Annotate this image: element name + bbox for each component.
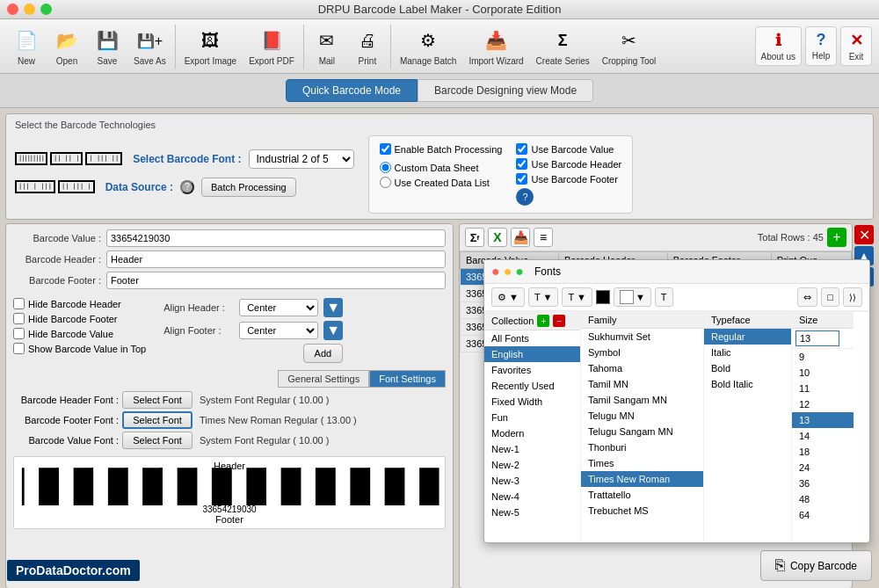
font-color-box[interactable] bbox=[596, 290, 610, 304]
collection-recently-used[interactable]: Recently Used bbox=[484, 378, 580, 394]
general-settings-tab[interactable]: General Settings bbox=[278, 370, 369, 388]
family-sukhumvit[interactable]: Sukhumvit Set bbox=[581, 329, 703, 345]
show-top-checkbox[interactable] bbox=[13, 343, 25, 354]
typeface-bold-italic[interactable]: Bold Italic bbox=[704, 376, 791, 392]
delete-row-button[interactable]: ✕ bbox=[854, 225, 874, 244]
size-10[interactable]: 10 bbox=[792, 365, 854, 381]
size-48[interactable]: 48 bbox=[792, 491, 854, 507]
collection-list[interactable]: All Fonts English Favorites Recently Use… bbox=[484, 330, 580, 524]
custom-data-sheet-radio[interactable] bbox=[380, 162, 391, 173]
barcode-value-input[interactable] bbox=[106, 229, 446, 247]
collection-new1[interactable]: New-1 bbox=[484, 441, 580, 457]
use-barcode-header-checkbox[interactable] bbox=[516, 158, 527, 170]
size-18[interactable]: 18 bbox=[792, 444, 854, 460]
collection-new2[interactable]: New-2 bbox=[484, 457, 580, 473]
design-mode-button[interactable]: Barcode Designing view Mode bbox=[418, 79, 593, 102]
formula-button[interactable]: Σf bbox=[465, 228, 484, 247]
size-14[interactable]: 14 bbox=[792, 428, 854, 444]
collection-fixed-width[interactable]: Fixed Width bbox=[484, 394, 580, 410]
toolbar-help[interactable]: ? Help bbox=[805, 26, 837, 66]
size-11[interactable]: 11 bbox=[792, 381, 854, 396]
toolbar-manage-batch[interactable]: ⚙ Manage Batch bbox=[395, 23, 462, 69]
quick-mode-button[interactable]: Quick Barcode Mode bbox=[286, 79, 418, 102]
add-button[interactable]: Add bbox=[303, 344, 344, 363]
header-font-button[interactable]: Select Font bbox=[122, 391, 193, 409]
family-list[interactable]: Sukhumvit Set Symbol Tahoma Tamil MN Tam… bbox=[581, 329, 703, 522]
typeface-bold[interactable]: Bold bbox=[704, 360, 791, 376]
typeface-italic[interactable]: Italic bbox=[704, 345, 791, 360]
hide-footer-checkbox[interactable] bbox=[13, 313, 25, 324]
font-size-input[interactable] bbox=[795, 330, 839, 346]
size-12[interactable]: 12 bbox=[792, 396, 854, 412]
toolbar-export-pdf[interactable]: 📕 Export PDF bbox=[243, 23, 300, 69]
collection-new5[interactable]: New-5 bbox=[484, 505, 580, 520]
toolbar-mail[interactable]: ✉ Mail bbox=[308, 23, 346, 69]
toolbar-new[interactable]: 📄 New bbox=[7, 23, 46, 69]
font-settings-gear[interactable]: ⚙ ▼ bbox=[491, 287, 525, 307]
barcode-header-input[interactable] bbox=[106, 250, 446, 268]
collection-new4[interactable]: New-4 bbox=[484, 489, 580, 505]
batch-help-button[interactable]: ? bbox=[516, 188, 534, 206]
font-dropdown-close[interactable]: ● bbox=[491, 264, 500, 279]
toolbar-create-series[interactable]: Σ Create Series bbox=[531, 23, 595, 69]
collection-modern[interactable]: Modern bbox=[484, 425, 580, 441]
toolbar-about[interactable]: ℹ About us bbox=[755, 26, 802, 66]
toolbar-cropping-tool[interactable]: ✂ Cropping Tool bbox=[597, 23, 662, 69]
size-13[interactable]: 13 bbox=[792, 412, 854, 428]
toolbar-import-wizard[interactable]: 📥 Import Wizard bbox=[463, 23, 528, 69]
toolbar-exit[interactable]: ✕ Exit bbox=[840, 26, 872, 66]
font-chevron-btn[interactable]: ⟩⟩ bbox=[843, 287, 862, 307]
enable-batch-checkbox[interactable] bbox=[380, 143, 391, 155]
align-header-select[interactable]: CenterLeftRight bbox=[239, 299, 318, 316]
family-trattatello[interactable]: Trattatello bbox=[581, 487, 703, 503]
family-tamil-sangam[interactable]: Tamil Sangam MN bbox=[581, 392, 703, 408]
family-telugu-mn[interactable]: Telugu MN bbox=[581, 408, 703, 424]
value-font-button[interactable]: Select Font bbox=[122, 432, 193, 449]
family-thonburi[interactable]: Thonburi bbox=[581, 439, 703, 455]
family-tamil-mn[interactable]: Tamil MN bbox=[581, 376, 703, 392]
font-dropdown-expand[interactable]: ● bbox=[515, 264, 524, 279]
close-button[interactable] bbox=[7, 4, 18, 15]
family-symbol[interactable]: Symbol bbox=[581, 345, 703, 360]
barcode-font-select[interactable]: Industrial 2 of 5 bbox=[249, 149, 354, 169]
align-footer-select[interactable]: CenterLeftRight bbox=[239, 322, 318, 339]
add-collection-button[interactable]: + bbox=[537, 315, 549, 327]
use-barcode-footer-checkbox[interactable] bbox=[516, 173, 527, 185]
family-times-new-roman[interactable]: Times New Roman bbox=[581, 471, 703, 487]
excel-button[interactable]: X bbox=[488, 228, 507, 247]
use-barcode-value-checkbox[interactable] bbox=[516, 143, 527, 155]
data-source-info-button[interactable]: ? bbox=[180, 180, 194, 194]
toolbar-export-image[interactable]: 🖼 Export Image bbox=[179, 23, 242, 69]
list-button[interactable]: ≡ bbox=[534, 228, 553, 247]
toolbar-save-as[interactable]: 💾+ Save As bbox=[128, 23, 171, 69]
collection-new3[interactable]: New-3 bbox=[484, 473, 580, 489]
maximize-button[interactable] bbox=[40, 4, 52, 15]
toolbar-print[interactable]: 🖨 Print bbox=[348, 23, 387, 69]
add-row-button[interactable]: + bbox=[827, 228, 846, 247]
size-64[interactable]: 64 bbox=[792, 507, 854, 523]
collection-pdf[interactable]: PDF bbox=[484, 520, 580, 524]
del-collection-button[interactable]: − bbox=[553, 315, 565, 327]
use-created-data-list-radio[interactable] bbox=[380, 177, 391, 188]
size-list[interactable]: 9 10 11 12 13 14 18 24 36 48 64 bbox=[792, 349, 854, 542]
font-text-btn[interactable]: T bbox=[655, 287, 673, 307]
size-36[interactable]: 36 bbox=[792, 475, 854, 491]
import-button[interactable]: 📥 bbox=[511, 228, 530, 247]
copy-barcode-button[interactable]: ⎘ Copy Barcode bbox=[760, 550, 872, 581]
font-square-btn[interactable]: □ bbox=[821, 287, 839, 307]
family-times[interactable]: Times bbox=[581, 455, 703, 471]
size-9[interactable]: 9 bbox=[792, 349, 854, 365]
font-highlight-btn[interactable]: ▼ bbox=[614, 287, 651, 307]
font-align-btn[interactable]: ⇔ bbox=[797, 287, 817, 307]
family-tahoma[interactable]: Tahoma bbox=[581, 360, 703, 376]
font-settings-tab[interactable]: Font Settings bbox=[369, 370, 446, 388]
collection-all-fonts[interactable]: All Fonts bbox=[484, 330, 580, 346]
family-telugu-sangam[interactable]: Telugu Sangam MN bbox=[581, 424, 703, 439]
hide-header-checkbox[interactable] bbox=[13, 298, 25, 309]
batch-processing-button[interactable]: Batch Processing bbox=[201, 178, 296, 197]
typeface-regular[interactable]: Regular bbox=[704, 329, 791, 345]
font-dropdown-minimize[interactable]: ● bbox=[504, 264, 512, 279]
typeface-list[interactable]: Regular Italic Bold Bold Italic bbox=[704, 329, 791, 522]
collection-english[interactable]: English bbox=[484, 346, 580, 362]
barcode-footer-input[interactable] bbox=[106, 272, 446, 289]
